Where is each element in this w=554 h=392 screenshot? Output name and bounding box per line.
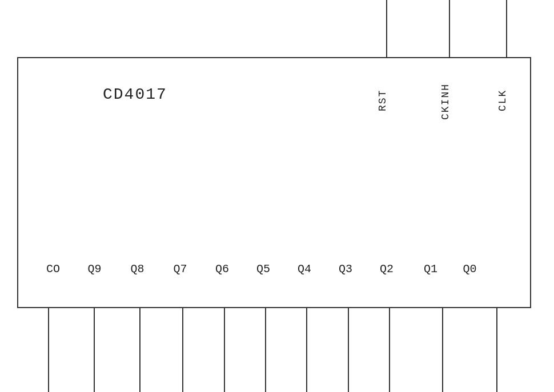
clk-label: CLK: [497, 66, 508, 111]
rst-pin-line: [386, 0, 387, 57]
q0-pin-line: [496, 308, 497, 392]
q8-pin-line: [139, 308, 140, 392]
co-label: CO: [33, 262, 73, 276]
q4-label: Q4: [284, 262, 325, 276]
q8-label: Q8: [116, 262, 159, 276]
q6-pin-line: [224, 308, 225, 392]
q3-pin-line: [348, 308, 349, 392]
co-pin-line: [48, 308, 49, 392]
ckinh-pin-line: [449, 0, 450, 57]
q1-label: Q1: [407, 262, 454, 276]
q5-label: Q5: [243, 262, 284, 276]
q0-label: Q0: [454, 262, 485, 276]
q7-label: Q7: [159, 262, 202, 276]
rst-label: RST: [377, 66, 388, 111]
q5-pin-line: [265, 308, 266, 392]
ckinh-label: CKINH: [440, 63, 451, 120]
q2-label: Q2: [366, 262, 407, 276]
q9-label: Q9: [73, 262, 116, 276]
ic-label: CD4017: [103, 86, 167, 103]
q1-pin-line: [442, 308, 443, 392]
q7-pin-line: [182, 308, 183, 392]
clk-pin-line: [506, 0, 507, 57]
q6-label: Q6: [202, 262, 243, 276]
q9-pin-line: [94, 308, 95, 392]
bottom-pin-labels-row: CO Q9 Q8 Q7 Q6 Q5 Q4 Q3 Q2 Q1 Q0: [17, 262, 531, 276]
q2-pin-line: [389, 308, 390, 392]
diagram-container: CD4017 RST CKINH CLK CO Q9 Q8 Q7 Q6 Q5 Q…: [0, 0, 554, 392]
q4-pin-line: [306, 308, 307, 392]
q3-label: Q3: [325, 262, 366, 276]
